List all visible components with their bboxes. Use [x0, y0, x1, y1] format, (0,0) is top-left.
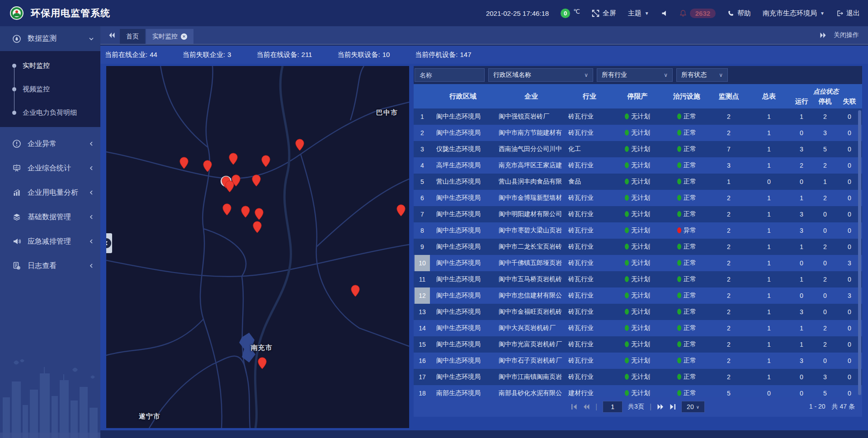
notifications-widget[interactable]: 2632 — [679, 9, 716, 18]
cell-limit-status: 无计划 — [611, 178, 664, 186]
sidebar-item-realtime-monitoring[interactable]: 实时监控 — [0, 54, 100, 77]
map-pin[interactable] — [228, 153, 238, 165]
sidebar-item-enterprise-abnormal[interactable]: 企业异常 — [0, 132, 100, 156]
fullscreen-button[interactable]: 全屏 — [592, 9, 616, 18]
sidebar-item-power-usage-analysis[interactable]: 企业用电量分析 — [0, 180, 100, 205]
table-row[interactable]: 4 高坪生态环境局 南充市高坪区王家店建 砖瓦行业 无计划 正常 3 1 2 2… — [414, 157, 862, 174]
sidebar-item-base-data-management[interactable]: 基础数据管理 — [0, 205, 100, 229]
cell-company: 阆中市五马桥页岩机砖 — [495, 275, 567, 283]
divider: | — [650, 403, 651, 411]
chevron-down-icon: ∨ — [664, 72, 668, 78]
map[interactable]: 巴中市南充市遂宁市 — [106, 66, 409, 428]
close-operations-dropdown[interactable]: 关闭操作 — [820, 31, 859, 39]
cell-region: 阆中生态环境局 — [431, 308, 495, 316]
cell-limit-status: 无计划 — [611, 161, 664, 170]
sidebar-item-video-monitoring[interactable]: 视频监控 — [0, 77, 100, 101]
table-row[interactable]: 10 阆中生态环境局 阆中千佛镇五郎垭页岩 砖瓦行业 无计划 正常 2 1 0 … — [414, 255, 862, 271]
map-pin[interactable] — [254, 208, 264, 220]
map-pin[interactable] — [350, 285, 360, 297]
table-row[interactable]: 12 阆中生态环境局 阆中市忠信建材有限公 砖瓦行业 无计划 正常 2 1 0 … — [414, 287, 862, 304]
tab-home[interactable]: 首页 — [120, 29, 145, 44]
org-dropdown[interactable]: 南充市生态环境局▼ — [763, 9, 825, 18]
cell-points: 2 — [709, 341, 748, 348]
cell-company: 阆中强锐页岩砖厂 — [495, 113, 567, 121]
table-header: 行政区域 企业 行业 停限产 治污设施 监测点 总表 点位状态 运行 停机 失联 — [414, 84, 862, 108]
cell-region: 阆中生态环境局 — [431, 113, 495, 121]
sound-button[interactable] — [661, 10, 668, 17]
cell-limit-status: 无计划 — [611, 226, 664, 235]
sidebar-item-enterprise-statistics[interactable]: 企业综合统计 — [0, 156, 100, 180]
table-row[interactable]: 14 阆中生态环境局 阆中大兴页岩机砖厂 砖瓦行业 无计划 正常 2 1 1 2… — [414, 320, 862, 336]
speaker-icon — [661, 10, 668, 17]
table-row[interactable]: 9 阆中生态环境局 阆中市二龙长宝页岩砖 砖瓦行业 无计划 正常 2 1 1 2… — [414, 239, 862, 255]
table-row[interactable]: 17 阆中生态环境局 阆中市江南镇阆南页岩 砖瓦行业 无计划 正常 2 1 0 … — [414, 369, 862, 385]
map-pin[interactable] — [252, 174, 261, 187]
name-search-input[interactable] — [415, 68, 485, 82]
industry-filter-select[interactable]: 所有行业∨ — [597, 68, 673, 82]
status-dot — [625, 162, 629, 168]
status-dot — [677, 244, 681, 250]
prev-page-button[interactable] — [583, 404, 590, 410]
chevron-left-icon — [89, 239, 94, 244]
phone-icon — [727, 10, 734, 17]
first-page-button[interactable] — [571, 404, 577, 410]
map-pin[interactable] — [222, 203, 232, 216]
table-row[interactable]: 7 阆中生态环境局 阆中明阳建材有限公司 砖瓦行业 无计划 正常 2 1 3 0… — [414, 206, 862, 222]
chevron-left-icon — [89, 190, 94, 195]
table-row[interactable]: 13 阆中生态环境局 阆中市金福旺页岩机砖 砖瓦行业 无计划 正常 2 1 3 … — [414, 304, 862, 320]
cell-facility-status: 正常 — [664, 210, 709, 218]
page-number-input[interactable] — [603, 401, 623, 413]
sidebar-item-log-viewer[interactable]: 日志查看 — [0, 254, 100, 278]
table-row[interactable]: 16 阆中生态环境局 阆中市石子页岩机砖厂 砖瓦行业 无计划 正常 2 1 3 … — [414, 353, 862, 369]
table-row[interactable]: 2 阆中生态环境局 阆中市南方节能建材有 砖瓦行业 无计划 正常 2 1 0 3… — [414, 125, 862, 141]
tab-realtime-monitoring[interactable]: 实时监控 ✕ — [146, 29, 193, 44]
cell-region: 仪陇生态环境局 — [431, 145, 495, 153]
filter-bar: 行政区域名称∨ 所有行业∨ 所有状态∨ — [414, 66, 862, 84]
table-row[interactable]: 6 阆中生态环境局 阆中市金博瑞新型墙材 砖瓦行业 无计划 正常 2 1 1 2… — [414, 190, 862, 206]
tabs-scroll-left-button[interactable] — [108, 32, 115, 38]
table-row[interactable]: 5 营山生态环境局 营山县润丰肉食品有限 食品 无计划 正常 1 0 0 1 0 — [414, 174, 862, 190]
row-number: 7 — [415, 206, 430, 222]
cell-run: 1 — [790, 325, 813, 332]
table-row[interactable]: 18 南部生态环境局 南部县砂化水泥有限公 建材行业 无计划 正常 5 0 0 … — [414, 385, 862, 397]
help-button[interactable]: 帮助 — [727, 9, 751, 18]
table-row[interactable]: 11 阆中生态环境局 阆中市五马桥页岩机砖 砖瓦行业 无计划 正常 2 1 1 … — [414, 271, 862, 287]
map-pin[interactable] — [261, 155, 271, 167]
page-size-select[interactable]: 20 ∨ — [681, 401, 705, 413]
map-pin[interactable] — [396, 204, 406, 217]
sidebar-item-power-load-detail[interactable]: 企业电力负荷明细 — [0, 101, 100, 124]
map-pin[interactable] — [203, 160, 212, 172]
last-page-button[interactable] — [670, 404, 676, 410]
vertical-scrollbar[interactable] — [858, 110, 861, 395]
data-monitor-icon — [12, 34, 21, 43]
pin-icon — [203, 160, 212, 172]
map-pin[interactable] — [252, 221, 262, 233]
sidebar-item-emergency-reduction[interactable]: 应急减排管理 — [0, 229, 100, 254]
next-page-button[interactable] — [657, 404, 664, 410]
status-dot — [625, 374, 629, 380]
theme-dropdown[interactable]: 主题▼ — [628, 9, 649, 18]
cell-industry: 砖瓦行业 — [567, 275, 611, 283]
map-pin[interactable] — [231, 174, 241, 187]
map-pin[interactable] — [258, 357, 267, 369]
row-number: 8 — [415, 222, 430, 239]
map-pin[interactable] — [295, 139, 305, 151]
table-row[interactable]: 1 阆中生态环境局 阆中强锐页岩砖厂 砖瓦行业 无计划 正常 2 1 1 2 0 — [414, 108, 862, 125]
table-row[interactable]: 3 仪陇生态环境局 西南油气田分公司川中 化工 无计划 正常 7 1 3 5 0 — [414, 141, 862, 157]
range-label: 1 - 20 — [809, 403, 826, 411]
logout-button[interactable]: 退出 — [836, 9, 860, 18]
sidebar-item-data-monitoring[interactable]: 数据监测 — [0, 26, 100, 51]
map-pin[interactable] — [241, 206, 250, 218]
table-row[interactable]: 8 阆中生态环境局 阆中市枣碧大梁山页岩 砖瓦行业 无计划 异常 2 1 3 0… — [414, 222, 862, 239]
table-row[interactable]: 15 阆中生态环境局 阆中市光富页岩机砖厂 砖瓦行业 无计划 正常 2 1 1 … — [414, 336, 862, 353]
pin-icon — [258, 357, 267, 369]
cell-region: 阆中生态环境局 — [431, 292, 495, 300]
map-collapse-button[interactable] — [106, 233, 112, 253]
map-pin[interactable] — [179, 157, 189, 169]
cell-points: 2 — [709, 211, 748, 218]
status-filter-select[interactable]: 所有状态∨ — [676, 68, 728, 82]
tab-close-icon[interactable]: ✕ — [181, 33, 187, 40]
cell-limit-status: 无计划 — [611, 389, 664, 397]
region-filter-select[interactable]: 行政区域名称∨ — [488, 68, 593, 82]
cell-region: 阆中生态环境局 — [431, 275, 495, 283]
